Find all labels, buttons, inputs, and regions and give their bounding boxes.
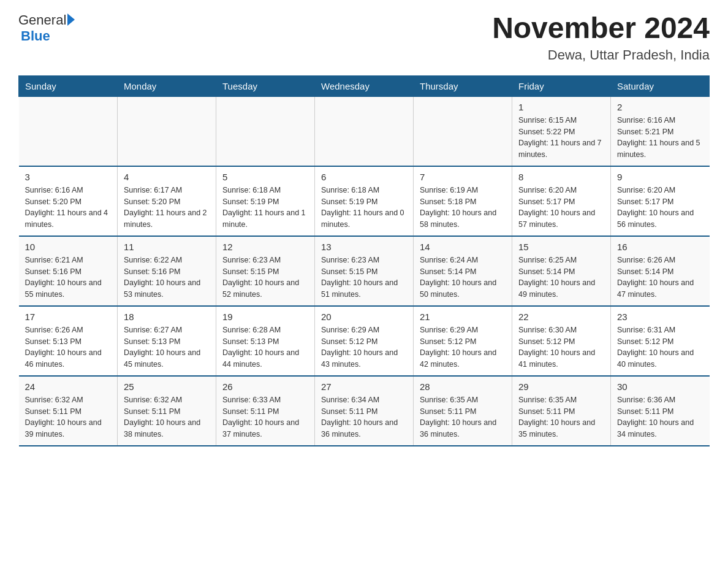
- day-info: Sunrise: 6:33 AMSunset: 5:11 PMDaylight:…: [222, 394, 308, 440]
- day-number: 13: [321, 242, 407, 252]
- day-number: 17: [25, 312, 112, 322]
- calendar-cell: 2Sunrise: 6:16 AMSunset: 5:21 PMDaylight…: [611, 96, 710, 166]
- day-number: 10: [25, 242, 112, 252]
- day-info: Sunrise: 6:24 AMSunset: 5:14 PMDaylight:…: [420, 255, 506, 301]
- day-number: 16: [617, 242, 703, 252]
- day-number: 29: [518, 381, 604, 392]
- day-number: 25: [124, 381, 210, 392]
- day-number: 12: [222, 242, 308, 252]
- day-number: 8: [518, 172, 604, 182]
- calendar-body: 1Sunrise: 6:15 AMSunset: 5:22 PMDaylight…: [19, 96, 710, 446]
- day-info: Sunrise: 6:23 AMSunset: 5:15 PMDaylight:…: [222, 255, 308, 301]
- calendar-cell: 16Sunrise: 6:26 AMSunset: 5:14 PMDayligh…: [611, 236, 710, 306]
- calendar-cell: 30Sunrise: 6:36 AMSunset: 5:11 PMDayligh…: [611, 376, 710, 446]
- day-number: 28: [420, 381, 506, 392]
- day-number: 20: [321, 312, 407, 322]
- col-tuesday: Tuesday: [216, 75, 315, 96]
- calendar-cell: 21Sunrise: 6:29 AMSunset: 5:12 PMDayligh…: [414, 306, 512, 376]
- day-number: 14: [420, 242, 506, 252]
- calendar-cell: 13Sunrise: 6:23 AMSunset: 5:15 PMDayligh…: [315, 236, 414, 306]
- calendar-cell: 19Sunrise: 6:28 AMSunset: 5:13 PMDayligh…: [216, 306, 315, 376]
- title-block: November 2024 Dewa, Uttar Pradesh, India: [492, 12, 710, 63]
- day-info: Sunrise: 6:35 AMSunset: 5:11 PMDaylight:…: [420, 394, 506, 440]
- logo: General Blue: [18, 12, 75, 44]
- day-info: Sunrise: 6:20 AMSunset: 5:17 PMDaylight:…: [518, 185, 604, 231]
- day-number: 6: [321, 172, 407, 182]
- col-friday: Friday: [512, 75, 611, 96]
- calendar-cell: 12Sunrise: 6:23 AMSunset: 5:15 PMDayligh…: [216, 236, 315, 306]
- day-number: 15: [518, 242, 604, 252]
- calendar-cell: 25Sunrise: 6:32 AMSunset: 5:11 PMDayligh…: [118, 376, 216, 446]
- calendar-cell: 29Sunrise: 6:35 AMSunset: 5:11 PMDayligh…: [512, 376, 611, 446]
- day-info: Sunrise: 6:32 AMSunset: 5:11 PMDaylight:…: [25, 394, 112, 440]
- day-number: 23: [617, 312, 703, 322]
- calendar-cell: 17Sunrise: 6:26 AMSunset: 5:13 PMDayligh…: [19, 306, 118, 376]
- logo-triangle-icon: [67, 13, 75, 26]
- calendar-cell: [315, 96, 414, 166]
- calendar-cell: [216, 96, 315, 166]
- header-row: Sunday Monday Tuesday Wednesday Thursday…: [19, 75, 710, 96]
- day-info: Sunrise: 6:31 AMSunset: 5:12 PMDaylight:…: [617, 324, 703, 370]
- col-wednesday: Wednesday: [315, 75, 414, 96]
- calendar-table: Sunday Monday Tuesday Wednesday Thursday…: [18, 75, 710, 446]
- day-info: Sunrise: 6:16 AMSunset: 5:20 PMDaylight:…: [25, 185, 112, 231]
- calendar-cell: 7Sunrise: 6:19 AMSunset: 5:18 PMDaylight…: [414, 166, 512, 236]
- day-number: 27: [321, 381, 407, 392]
- day-number: 1: [518, 102, 604, 112]
- calendar-title: November 2024: [492, 12, 710, 45]
- calendar-cell: 1Sunrise: 6:15 AMSunset: 5:22 PMDaylight…: [512, 96, 611, 166]
- calendar-cell: 11Sunrise: 6:22 AMSunset: 5:16 PMDayligh…: [118, 236, 216, 306]
- calendar-cell: 9Sunrise: 6:20 AMSunset: 5:17 PMDaylight…: [611, 166, 710, 236]
- day-number: 30: [617, 381, 703, 392]
- day-info: Sunrise: 6:28 AMSunset: 5:13 PMDaylight:…: [222, 324, 308, 370]
- col-thursday: Thursday: [414, 75, 512, 96]
- day-info: Sunrise: 6:22 AMSunset: 5:16 PMDaylight:…: [124, 255, 210, 301]
- day-info: Sunrise: 6:18 AMSunset: 5:19 PMDaylight:…: [321, 185, 407, 231]
- day-info: Sunrise: 6:18 AMSunset: 5:19 PMDaylight:…: [222, 185, 308, 231]
- day-info: Sunrise: 6:15 AMSunset: 5:22 PMDaylight:…: [518, 115, 604, 161]
- day-number: 11: [124, 242, 210, 252]
- day-info: Sunrise: 6:35 AMSunset: 5:11 PMDaylight:…: [518, 394, 604, 440]
- day-info: Sunrise: 6:27 AMSunset: 5:13 PMDaylight:…: [124, 324, 210, 370]
- calendar-week-row: 3Sunrise: 6:16 AMSunset: 5:20 PMDaylight…: [19, 166, 710, 236]
- calendar-subtitle: Dewa, Uttar Pradesh, India: [492, 47, 710, 63]
- day-info: Sunrise: 6:29 AMSunset: 5:12 PMDaylight:…: [321, 324, 407, 370]
- page-header: General Blue November 2024 Dewa, Uttar P…: [18, 12, 710, 63]
- logo-general-text: General: [18, 12, 66, 28]
- day-info: Sunrise: 6:29 AMSunset: 5:12 PMDaylight:…: [420, 324, 506, 370]
- calendar-cell: 8Sunrise: 6:20 AMSunset: 5:17 PMDaylight…: [512, 166, 611, 236]
- day-number: 9: [617, 172, 703, 182]
- calendar-cell: 28Sunrise: 6:35 AMSunset: 5:11 PMDayligh…: [414, 376, 512, 446]
- day-info: Sunrise: 6:32 AMSunset: 5:11 PMDaylight:…: [124, 394, 210, 440]
- day-number: 2: [617, 102, 703, 112]
- calendar-week-row: 10Sunrise: 6:21 AMSunset: 5:16 PMDayligh…: [19, 236, 710, 306]
- calendar-cell: 26Sunrise: 6:33 AMSunset: 5:11 PMDayligh…: [216, 376, 315, 446]
- day-info: Sunrise: 6:26 AMSunset: 5:13 PMDaylight:…: [25, 324, 112, 370]
- day-info: Sunrise: 6:16 AMSunset: 5:21 PMDaylight:…: [617, 115, 703, 161]
- calendar-cell: 23Sunrise: 6:31 AMSunset: 5:12 PMDayligh…: [611, 306, 710, 376]
- calendar-cell: 5Sunrise: 6:18 AMSunset: 5:19 PMDaylight…: [216, 166, 315, 236]
- day-number: 4: [124, 172, 210, 182]
- calendar-cell: 22Sunrise: 6:30 AMSunset: 5:12 PMDayligh…: [512, 306, 611, 376]
- col-saturday: Saturday: [611, 75, 710, 96]
- calendar-week-row: 17Sunrise: 6:26 AMSunset: 5:13 PMDayligh…: [19, 306, 710, 376]
- day-info: Sunrise: 6:25 AMSunset: 5:14 PMDaylight:…: [518, 255, 604, 301]
- day-info: Sunrise: 6:36 AMSunset: 5:11 PMDaylight:…: [617, 394, 703, 440]
- day-number: 22: [518, 312, 604, 322]
- day-info: Sunrise: 6:19 AMSunset: 5:18 PMDaylight:…: [420, 185, 506, 231]
- calendar-cell: [118, 96, 216, 166]
- day-info: Sunrise: 6:23 AMSunset: 5:15 PMDaylight:…: [321, 255, 407, 301]
- calendar-cell: 15Sunrise: 6:25 AMSunset: 5:14 PMDayligh…: [512, 236, 611, 306]
- calendar-cell: 14Sunrise: 6:24 AMSunset: 5:14 PMDayligh…: [414, 236, 512, 306]
- calendar-cell: [19, 96, 118, 166]
- calendar-cell: 3Sunrise: 6:16 AMSunset: 5:20 PMDaylight…: [19, 166, 118, 236]
- day-info: Sunrise: 6:17 AMSunset: 5:20 PMDaylight:…: [124, 185, 210, 231]
- day-info: Sunrise: 6:34 AMSunset: 5:11 PMDaylight:…: [321, 394, 407, 440]
- day-number: 24: [25, 381, 112, 392]
- day-info: Sunrise: 6:26 AMSunset: 5:14 PMDaylight:…: [617, 255, 703, 301]
- day-number: 3: [25, 172, 112, 182]
- calendar-cell: 27Sunrise: 6:34 AMSunset: 5:11 PMDayligh…: [315, 376, 414, 446]
- day-number: 21: [420, 312, 506, 322]
- day-info: Sunrise: 6:21 AMSunset: 5:16 PMDaylight:…: [25, 255, 112, 301]
- day-number: 18: [124, 312, 210, 322]
